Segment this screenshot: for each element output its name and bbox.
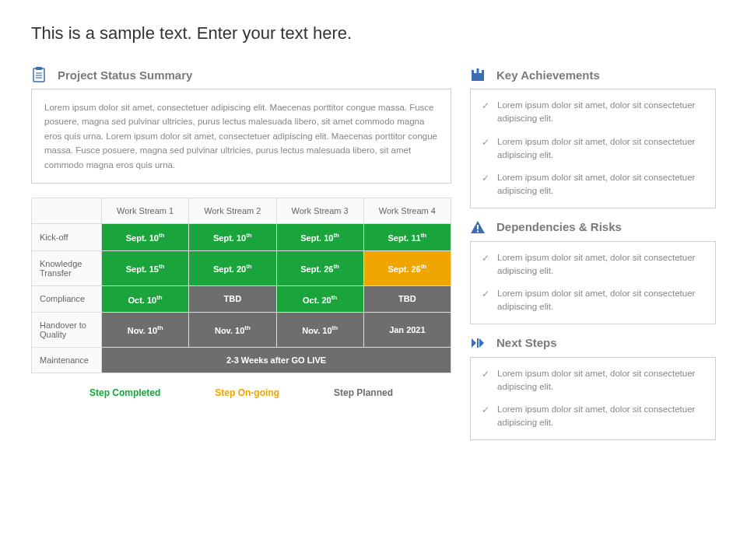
summary-header: Project Status Summary bbox=[31, 67, 451, 82]
table-cell: Oct. 20th bbox=[276, 285, 363, 313]
svg-rect-10 bbox=[477, 230, 479, 232]
svg-rect-1 bbox=[36, 67, 42, 70]
svg-rect-7 bbox=[477, 68, 479, 74]
achievements-box: Lorem ipsum dolor sit amet, dolor sit co… bbox=[470, 89, 716, 208]
table-row: Handover to QualityNov. 10thNov. 10thNov… bbox=[32, 313, 451, 348]
list-item: Lorem ipsum dolor sit amet, dolor sit co… bbox=[482, 367, 704, 394]
risks-box: Lorem ipsum dolor sit amet, dolor sit co… bbox=[470, 241, 716, 324]
castle-icon bbox=[470, 67, 486, 82]
table-cell: Sept. 26th bbox=[276, 250, 363, 285]
row-label: Maintenance bbox=[32, 348, 102, 373]
svg-rect-11 bbox=[477, 338, 479, 348]
status-table: Work Stream 1Work Stream 2Work Stream 3W… bbox=[31, 198, 451, 373]
next-header: Next Steps bbox=[470, 335, 716, 351]
table-col-header: Work Stream 2 bbox=[189, 198, 276, 223]
table-row: Kick-offSept. 10thSept. 10thSept. 10thSe… bbox=[32, 223, 451, 250]
table-cell: Sept. 26th bbox=[363, 250, 451, 285]
table-cell: Sept. 15th bbox=[102, 250, 189, 285]
table-cell: Jan 2021 bbox=[363, 313, 451, 348]
svg-rect-6 bbox=[472, 70, 474, 74]
table-col-header: Work Stream 1 bbox=[102, 198, 189, 223]
summary-box: Lorem ipsum dolor sit amet, consectetuer… bbox=[31, 89, 451, 184]
list-item: Lorem ipsum dolor sit amet, dolor sit co… bbox=[482, 287, 704, 314]
row-label: Kick-off bbox=[32, 223, 102, 250]
next-heading: Next Steps bbox=[496, 336, 557, 349]
table-cell: Sept. 11th bbox=[363, 223, 451, 250]
clipboard-icon bbox=[31, 67, 47, 82]
table-cell: Sept. 10th bbox=[102, 223, 189, 250]
row-label: Knowledge Transfer bbox=[32, 250, 102, 285]
table-cell: Nov. 10th bbox=[102, 313, 189, 348]
row-label: Compliance bbox=[32, 285, 102, 313]
table-cell: Nov. 10th bbox=[276, 313, 363, 348]
risks-heading: Dependencies & Risks bbox=[496, 220, 622, 233]
table-row: ComplianceOct. 10thTBDOct. 20thTBD bbox=[32, 285, 451, 313]
table-row: Maintenance2-3 Weeks after GO LIVE bbox=[32, 348, 451, 373]
table-cell: Sept. 10th bbox=[189, 223, 276, 250]
achievements-header: Key Achievements bbox=[470, 67, 716, 82]
table-cell: Sept. 10th bbox=[276, 223, 363, 250]
list-item: Lorem ipsum dolor sit amet, dolor sit co… bbox=[482, 171, 704, 198]
next-box: Lorem ipsum dolor sit amet, dolor sit co… bbox=[470, 357, 716, 440]
table-cell: Nov. 10th bbox=[189, 313, 276, 348]
page-title: This is a sample text. Enter your text h… bbox=[31, 23, 716, 44]
list-item: Lorem ipsum dolor sit amet, dolor sit co… bbox=[482, 99, 704, 126]
table-cell: Oct. 10th bbox=[102, 285, 189, 313]
row-label: Handover to Quality bbox=[32, 313, 102, 348]
table-cell: TBD bbox=[189, 285, 276, 313]
svg-rect-9 bbox=[477, 225, 479, 229]
svg-rect-5 bbox=[472, 73, 484, 81]
list-item: Lorem ipsum dolor sit amet, dolor sit co… bbox=[482, 403, 704, 430]
table-col-header: Work Stream 3 bbox=[276, 198, 363, 223]
warning-icon bbox=[470, 219, 486, 235]
table-cell: 2-3 Weeks after GO LIVE bbox=[102, 348, 451, 373]
table-cell: Sept. 20th bbox=[189, 250, 276, 285]
legend-completed: Step Completed bbox=[89, 387, 160, 398]
legend: Step Completed Step On-going Step Planne… bbox=[31, 387, 451, 398]
svg-rect-8 bbox=[482, 70, 484, 74]
legend-planned: Step Planned bbox=[334, 387, 393, 398]
forward-icon bbox=[470, 335, 486, 351]
summary-heading: Project Status Summary bbox=[58, 68, 192, 82]
legend-ongoing: Step On-going bbox=[215, 387, 279, 398]
table-row: Knowledge TransferSept. 15thSept. 20thSe… bbox=[32, 250, 451, 285]
list-item: Lorem ipsum dolor sit amet, dolor sit co… bbox=[482, 135, 704, 163]
table-col-header: Work Stream 4 bbox=[363, 198, 451, 223]
table-cell: TBD bbox=[363, 285, 451, 313]
achievements-heading: Key Achievements bbox=[496, 68, 600, 82]
list-item: Lorem ipsum dolor sit amet, dolor sit co… bbox=[482, 251, 704, 278]
risks-header: Dependencies & Risks bbox=[470, 219, 716, 235]
summary-body: Lorem ipsum dolor sit amet, consectetuer… bbox=[44, 100, 438, 172]
